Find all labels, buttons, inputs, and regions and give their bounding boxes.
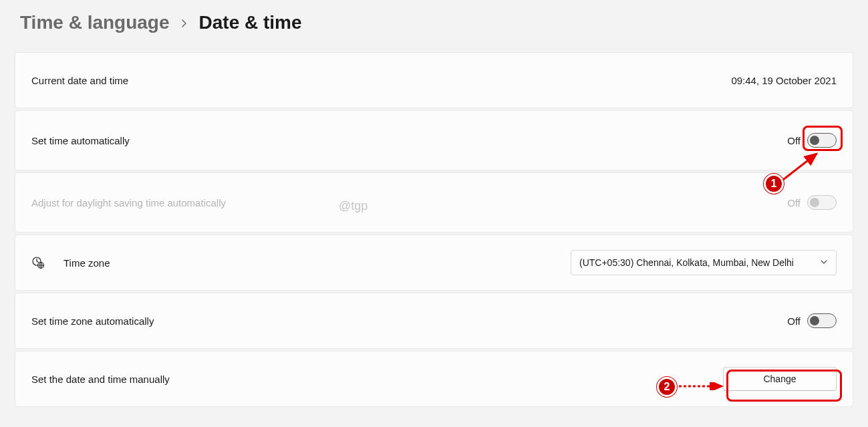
watermark: @tgp: [339, 199, 368, 213]
set-time-auto-toggle[interactable]: [807, 133, 837, 148]
current-datetime-value: 09:44, 19 October 2021: [731, 75, 837, 86]
breadcrumb: Time & language Date & time: [0, 0, 868, 52]
row-dst-auto: Adjust for daylight saving time automati…: [15, 172, 853, 233]
set-time-auto-label: Set time automatically: [31, 135, 130, 146]
chevron-down-icon: [820, 257, 828, 268]
row-set-tz-auto: Set time zone automatically Off: [15, 293, 853, 349]
dst-auto-state: Off: [787, 197, 801, 208]
current-datetime-label: Current date and time: [31, 75, 128, 86]
dst-auto-label: Adjust for daylight saving time automati…: [31, 197, 226, 208]
set-time-auto-state: Off: [787, 135, 801, 146]
row-set-time-auto: Set time automatically Off: [15, 110, 853, 170]
timezone-select[interactable]: (UTC+05:30) Chennai, Kolkata, Mumbai, Ne…: [571, 250, 837, 275]
set-manual-label: Set the date and time manually: [31, 374, 170, 385]
breadcrumb-prev[interactable]: Time & language: [20, 12, 170, 33]
row-current-datetime: Current date and time 09:44, 19 October …: [15, 52, 853, 108]
chevron-right-icon: [180, 15, 188, 31]
timezone-icon: [31, 256, 45, 269]
timezone-label: Time zone: [63, 257, 110, 269]
row-set-manual: Set the date and time manually Change: [15, 351, 853, 407]
set-tz-auto-label: Set time zone automatically: [31, 315, 154, 327]
timezone-selected: (UTC+05:30) Chennai, Kolkata, Mumbai, Ne…: [579, 257, 815, 268]
set-tz-auto-toggle[interactable]: [807, 313, 837, 328]
set-tz-auto-state: Off: [787, 315, 801, 327]
dst-auto-toggle: [807, 195, 837, 210]
row-timezone: Time zone (UTC+05:30) Chennai, Kolkata, …: [15, 235, 853, 291]
page-title: Date & time: [199, 12, 302, 33]
change-button[interactable]: Change: [723, 367, 837, 391]
